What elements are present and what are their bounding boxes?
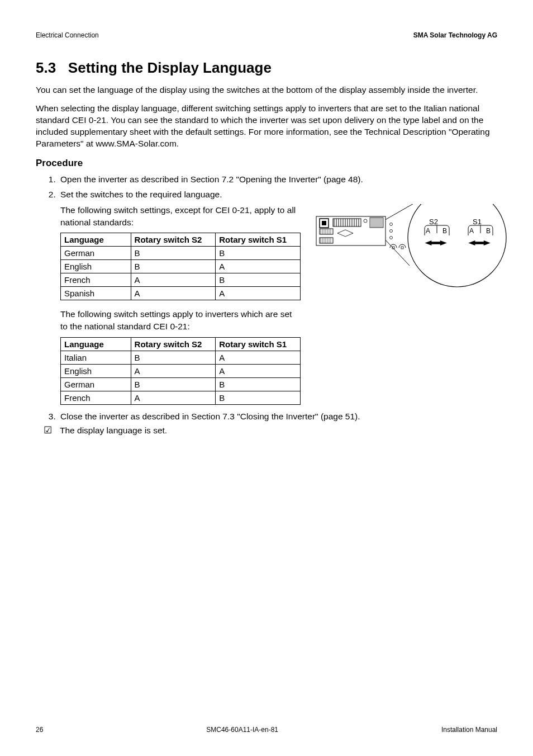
svg-point-50 — [390, 236, 393, 239]
check-icon: ☑ — [44, 426, 52, 435]
svg-rect-5 — [322, 221, 326, 225]
table-row: English B A — [61, 260, 301, 273]
section-heading: Setting the Display Language — [68, 59, 272, 76]
svg-point-0 — [408, 204, 506, 287]
section-title: 5.3 Setting the Display Language — [36, 59, 497, 77]
svg-line-2 — [383, 238, 410, 266]
table-row: German B B — [61, 247, 301, 260]
table-header-language: Language — [61, 337, 131, 351]
intro-paragraph-2: When selecting the display language, dif… — [36, 103, 497, 150]
table-header-s2: Rotary switch S2 — [131, 233, 216, 247]
table-header-s1: Rotary switch S1 — [216, 233, 301, 247]
procedure-step: Close the inverter as described in Secti… — [58, 410, 497, 423]
footer-right: Installation Manual — [441, 726, 497, 734]
svg-point-49 — [390, 229, 393, 232]
table-row: French A B — [61, 273, 301, 287]
page-header: Electrical Connection SMA Solar Technolo… — [36, 31, 497, 39]
table-header-language: Language — [61, 233, 131, 247]
procedure-step: Open the inverter as described in Sectio… — [58, 173, 497, 186]
table-row: French A B — [61, 391, 301, 404]
footer-page-number: 26 — [36, 726, 43, 734]
table-row: Spanish A A — [61, 287, 301, 300]
language-table-all-standards: Language Rotary switch S2 Rotary switch … — [60, 233, 301, 300]
diagram-label-b: B — [486, 227, 491, 235]
substep-text: The following switch settings apply to i… — [60, 308, 301, 332]
page-footer: 26 SMC46-60A11-IA-en-81 Installation Man… — [36, 726, 497, 734]
footer-doc-id: SMC46-60A11-IA-en-81 — [206, 726, 278, 734]
header-left: Electrical Connection — [36, 31, 99, 39]
table-header-s2: Rotary switch S2 — [131, 337, 216, 351]
diagram-label-s2: S2 — [429, 218, 438, 226]
table-row: German B B — [61, 377, 301, 391]
diagram-label-a: A — [426, 227, 430, 235]
procedure-step: Set the switches to the required languag… — [58, 188, 497, 201]
diagram-label-a: A — [469, 227, 474, 235]
procedure-done: ☑ The display language is set. — [44, 426, 497, 436]
table-row: Italian B A — [61, 351, 301, 364]
procedure-heading: Procedure — [36, 158, 497, 169]
diagram-label-b: B — [442, 227, 447, 235]
diagram-label-s1: S1 — [473, 218, 482, 226]
procedure-list: Close the inverter as described in Secti… — [36, 410, 497, 423]
svg-point-48 — [390, 223, 393, 225]
table-row: English A A — [61, 364, 301, 377]
intro-paragraph-1: You can set the language of the display … — [36, 84, 497, 96]
table-header-s1: Rotary switch S1 — [216, 337, 301, 351]
header-right: SMA Solar Technology AG — [413, 31, 497, 39]
language-table-cei021: Language Rotary switch S2 Rotary switch … — [60, 337, 301, 405]
procedure-list: Open the inverter as described in Sectio… — [36, 173, 497, 201]
section-number: 5.3 — [36, 59, 56, 76]
svg-rect-52 — [401, 247, 403, 249]
rotary-switch-diagram: S2 A B S1 A B — [312, 204, 513, 288]
svg-rect-3 — [316, 216, 386, 245]
substep-text: The following switch settings, except fo… — [60, 204, 301, 228]
